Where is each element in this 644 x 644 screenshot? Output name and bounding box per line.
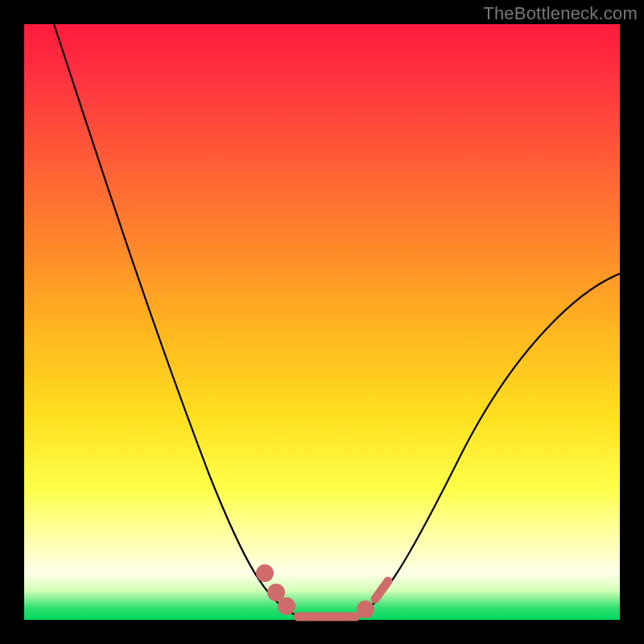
bottleneck-curve-svg: [24, 24, 620, 620]
chart-frame: TheBottleneck.com: [0, 0, 644, 644]
svg-point-1: [272, 588, 281, 597]
svg-point-0: [261, 569, 270, 578]
svg-point-4: [361, 605, 370, 614]
watermark-text: TheBottleneck.com: [483, 3, 638, 24]
highlight-points: [261, 569, 389, 617]
svg-point-2: [283, 602, 291, 611]
bottleneck-curve: [54, 24, 620, 619]
svg-line-5: [375, 581, 388, 599]
